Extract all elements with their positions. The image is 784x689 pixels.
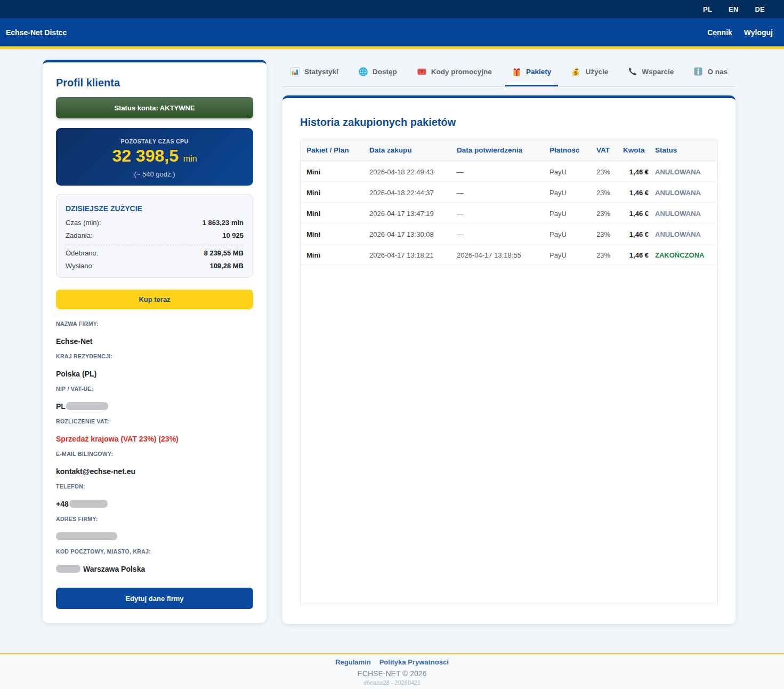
svg-text:$: $ — [575, 69, 578, 75]
